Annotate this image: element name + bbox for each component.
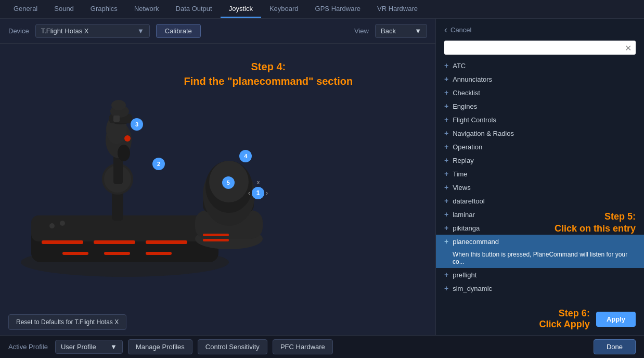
- search-input[interactable]: [444, 41, 636, 55]
- tab-bar: General Sound Graphics Network Data Outp…: [0, 0, 644, 19]
- cmd-views[interactable]: + Views: [436, 181, 644, 194]
- cmd-engines[interactable]: + Engines: [436, 99, 644, 113]
- cmd-label: Flight Controls: [453, 116, 496, 124]
- expand-icon: +: [444, 143, 448, 151]
- cancel-button[interactable]: Cancel: [436, 19, 644, 41]
- svg-rect-25: [62, 252, 88, 255]
- cmd-annunciators[interactable]: + Annunciators: [436, 72, 644, 86]
- cmd-replay[interactable]: + Replay: [436, 154, 644, 167]
- cmd-label: Replay: [453, 157, 473, 164]
- step6-line1: Step 6:: [539, 308, 590, 319]
- done-button[interactable]: Done: [594, 339, 636, 354]
- cmd-preflight[interactable]: + preflight: [436, 268, 644, 282]
- cmd-atc[interactable]: + ATC: [436, 59, 644, 72]
- search-wrap: ✕: [444, 41, 636, 55]
- cmd-sim-dynamic[interactable]: + sim_dynamic: [436, 282, 644, 295]
- badge-1: 1: [252, 187, 264, 199]
- search-clear-icon[interactable]: ✕: [625, 43, 632, 53]
- cmd-planecommand-sub[interactable]: When this button is pressed, PlaneComman…: [436, 248, 644, 268]
- command-list: + ATC + Annunciators + Checklist + Engin…: [436, 59, 644, 303]
- expand-icon: +: [444, 284, 448, 292]
- arrow-left-icon: ‹: [248, 189, 250, 197]
- badge-1-group: ‹ 1 ›: [248, 187, 268, 199]
- control-sensitivity-button[interactable]: Control Sensitivity: [198, 339, 267, 354]
- cmd-label: laminar: [453, 211, 475, 219]
- cmd-label: datareftool: [453, 197, 484, 205]
- tab-graphics[interactable]: Graphics: [82, 1, 126, 18]
- device-name: T.Flight Hotas X: [41, 27, 89, 35]
- device-bar: Device T.Flight Hotas X ▼ Calibrate View…: [0, 19, 435, 44]
- device-select[interactable]: T.Flight Hotas X ▼: [35, 24, 150, 38]
- cmd-operation[interactable]: + Operation: [436, 140, 644, 154]
- svg-rect-5: [146, 240, 187, 244]
- pfc-hardware-button[interactable]: PFC Hardware: [273, 339, 333, 354]
- tab-keyboard[interactable]: Keyboard: [261, 1, 307, 18]
- expand-icon: +: [444, 197, 448, 205]
- cmd-datareftool[interactable]: + datareftool: [436, 194, 644, 208]
- joystick-illustration: [0, 59, 302, 278]
- expand-icon: +: [444, 88, 448, 97]
- chevron-left-icon: [444, 25, 447, 34]
- cmd-label: Checklist: [453, 89, 480, 97]
- cmd-planecommand[interactable]: + planecommand: [436, 235, 644, 248]
- expand-icon: +: [444, 183, 448, 191]
- cmd-time[interactable]: + Time: [436, 167, 644, 181]
- cmd-pikitanga[interactable]: + pikitanga: [436, 221, 644, 235]
- cmd-checklist[interactable]: + Checklist: [436, 86, 644, 99]
- joystick-area: Step 4: Find the "planecommand" section: [0, 44, 435, 309]
- sub-item-label: When this button is pressed, PlaneComman…: [453, 251, 636, 265]
- profile-select[interactable]: User Profile ▼: [55, 340, 123, 354]
- cmd-label: Operation: [453, 143, 482, 151]
- tab-gps-hardware[interactable]: GPS Hardware: [307, 1, 369, 18]
- cmd-laminar[interactable]: + laminar: [436, 208, 644, 221]
- svg-rect-24: [113, 116, 120, 122]
- cmd-label: Engines: [453, 103, 477, 110]
- expand-icon: +: [444, 156, 448, 164]
- step6-overlay: Step 6: Click Apply: [539, 308, 590, 330]
- expand-icon: +: [444, 210, 448, 219]
- tab-general[interactable]: General: [5, 1, 46, 18]
- device-label: Device: [8, 27, 29, 35]
- expand-icon: +: [444, 116, 448, 124]
- step6-line2: Click Apply: [539, 319, 590, 330]
- apply-area: Step 6: Click Apply Apply: [436, 303, 644, 335]
- svg-point-21: [111, 100, 126, 110]
- view-dropdown-arrow: ▼: [415, 27, 421, 35]
- right-panel: Cancel ✕ + ATC + Annunciators + Checklis…: [436, 19, 644, 335]
- bottom-bar: Active Profile User Profile ▼ Manage Pro…: [0, 335, 644, 358]
- cmd-label: ATC: [453, 62, 466, 70]
- svg-point-22: [124, 135, 131, 142]
- expand-icon: +: [444, 129, 448, 137]
- tab-joystick[interactable]: Joystick: [221, 1, 261, 18]
- expand-icon: +: [444, 102, 448, 110]
- expand-icon: +: [444, 271, 448, 279]
- manage-profiles-button[interactable]: Manage Profiles: [128, 339, 192, 354]
- cmd-label: preflight: [453, 271, 476, 279]
- cmd-label: Annunciators: [453, 75, 492, 83]
- cmd-label: Views: [453, 184, 470, 191]
- cancel-label: Cancel: [450, 26, 471, 34]
- arrow-right-icon: ›: [266, 189, 268, 197]
- profile-dropdown-arrow: ▼: [110, 343, 117, 351]
- svg-point-28: [49, 223, 55, 228]
- view-label: View: [354, 27, 369, 35]
- svg-rect-4: [94, 240, 135, 244]
- tab-data-output[interactable]: Data Output: [168, 1, 221, 18]
- view-select[interactable]: Back ▼: [375, 24, 427, 38]
- tab-sound[interactable]: Sound: [46, 1, 82, 18]
- cmd-label: planecommand: [453, 238, 499, 246]
- svg-rect-26: [104, 252, 130, 255]
- apply-button[interactable]: Apply: [596, 312, 636, 327]
- tab-network[interactable]: Network: [126, 1, 168, 18]
- expand-icon: +: [444, 224, 448, 232]
- reset-defaults-button[interactable]: Reset to Defaults for T.Flight Hotas X: [8, 314, 126, 330]
- svg-point-29: [60, 221, 65, 226]
- search-box-wrap: ✕: [436, 41, 644, 59]
- cmd-flight-controls[interactable]: + Flight Controls: [436, 113, 644, 126]
- calibrate-button[interactable]: Calibrate: [156, 24, 201, 38]
- view-value: Back: [381, 27, 396, 35]
- expand-icon: +: [444, 170, 448, 178]
- cmd-label: sim_dynamic: [453, 285, 492, 292]
- cmd-nav-radios[interactable]: + Navigation & Radios: [436, 126, 644, 140]
- tab-vr-hardware[interactable]: VR Hardware: [369, 1, 426, 18]
